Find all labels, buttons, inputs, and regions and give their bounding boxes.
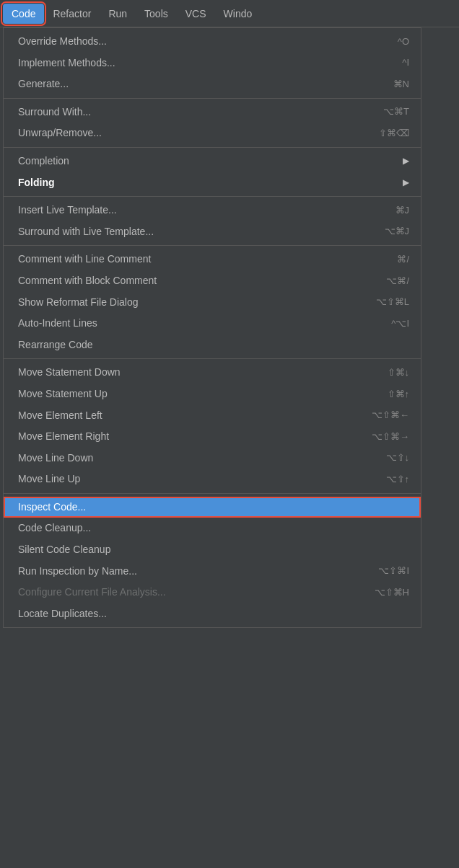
menu-item-move-statement-down[interactable]: Move Statement Down⇧⌘↓ — [4, 362, 421, 384]
item-label: Configure Current File Analysis... — [18, 585, 351, 600]
menu-item-move-line-up[interactable]: Move Line Up⌥⇧↑ — [4, 469, 421, 490]
menu-item-inspect-code[interactable]: Inspect Code... — [4, 497, 421, 518]
item-label: Surround With... — [18, 105, 360, 120]
menu-item-surround-with[interactable]: Surround With...⌥⌘T — [4, 102, 421, 123]
item-label: Move Line Up — [18, 472, 363, 487]
item-label: Unwrap/Remove... — [18, 126, 356, 141]
item-label: Locate Duplicates... — [18, 607, 409, 621]
item-label: Move Statement Up — [18, 387, 364, 402]
item-shortcut: ⌘/ — [397, 253, 409, 266]
menu-item-auto-indent-lines[interactable]: Auto-Indent Lines^⌥I — [4, 313, 421, 335]
item-label: Move Statement Down — [18, 366, 364, 380]
menu-bar-item-run[interactable]: Run — [100, 4, 136, 24]
item-label: Inspect Code... — [18, 500, 409, 515]
item-shortcut: ⌥⇧⌘← — [372, 409, 409, 422]
item-label: Implement Methods... — [18, 56, 379, 71]
menu-item-implement-methods[interactable]: Implement Methods...^I — [4, 53, 421, 74]
item-shortcut: ⌥⇧↓ — [386, 451, 410, 464]
menu-bar-row: CodeRefactorRunToolsVCSWindo — [0, 0, 459, 27]
item-label: Move Element Left — [18, 409, 349, 423]
item-label: Completion — [18, 154, 397, 169]
menu-section-4: Comment with Line Comment⌘/Comment with … — [4, 246, 421, 359]
item-shortcut: ⌘J — [395, 204, 410, 217]
menu-item-move-element-left[interactable]: Move Element Left⌥⇧⌘← — [4, 405, 421, 427]
item-shortcut: ^⌥I — [391, 317, 409, 330]
submenu-arrow-icon: ▶ — [403, 155, 409, 167]
menu-item-generate[interactable]: Generate...⌘N — [4, 74, 421, 95]
menu-section-5: Move Statement Down⇧⌘↓Move Statement Up⇧… — [4, 359, 421, 494]
menu-section-6: Inspect Code...Code Cleanup...Silent Cod… — [4, 494, 421, 628]
item-label: Surround with Live Template... — [18, 225, 362, 239]
menu-bar-item-windo[interactable]: Windo — [215, 4, 261, 24]
item-shortcut: ⌥⇧⌘H — [375, 586, 409, 599]
item-label: Generate... — [18, 77, 370, 92]
menu-item-insert-live-template[interactable]: Insert Live Template...⌘J — [4, 200, 421, 221]
menu-item-rearrange-code[interactable]: Rearrange Code — [4, 335, 421, 356]
item-label: Move Element Right — [18, 430, 349, 444]
menu-section-1: Surround With...⌥⌘TUnwrap/Remove...⇧⌘⌫ — [4, 99, 421, 148]
menu-bar-item-refactor[interactable]: Refactor — [44, 4, 100, 24]
item-shortcut: ⇧⌘↓ — [388, 366, 410, 379]
item-shortcut: ^I — [402, 56, 409, 69]
item-label: Silent Code Cleanup — [18, 543, 409, 557]
menu-item-completion[interactable]: Completion▶ — [4, 151, 421, 172]
item-shortcut: ⌥⌘/ — [386, 275, 409, 288]
item-shortcut: ⌥⇧⌘I — [378, 564, 409, 577]
item-label: Comment with Block Comment — [18, 274, 363, 288]
menu-item-run-inspection-by-name[interactable]: Run Inspection by Name...⌥⇧⌘I — [4, 561, 421, 583]
item-label: Show Reformat File Dialog — [18, 296, 353, 310]
menu-section-3: Insert Live Template...⌘JSurround with L… — [4, 197, 421, 246]
item-label: Comment with Line Comment — [18, 252, 374, 267]
menu-item-configure-current-file-analysis: Configure Current File Analysis...⌥⇧⌘H — [4, 582, 421, 603]
menu-item-unwrapremove[interactable]: Unwrap/Remove...⇧⌘⌫ — [4, 123, 421, 144]
menu-item-move-line-down[interactable]: Move Line Down⌥⇧↓ — [4, 448, 421, 469]
item-label: Override Methods... — [18, 35, 375, 49]
menu-item-show-reformat-file-dialog[interactable]: Show Reformat File Dialog⌥⇧⌘L — [4, 292, 421, 314]
submenu-arrow-icon: ▶ — [403, 177, 409, 189]
item-label: Run Inspection by Name... — [18, 564, 355, 579]
item-shortcut: ⌥⇧⌘→ — [372, 430, 409, 443]
item-label: Move Line Down — [18, 451, 363, 466]
menu-item-silent-code-cleanup[interactable]: Silent Code Cleanup — [4, 539, 421, 561]
item-shortcut: ^O — [398, 35, 409, 48]
menu-bar: CodeRefactorRunToolsVCSWindo Override Me… — [0, 0, 459, 628]
menu-item-code-cleanup[interactable]: Code Cleanup... — [4, 518, 421, 539]
item-shortcut: ⌥⌘J — [385, 225, 410, 238]
item-label: Code Cleanup... — [18, 521, 409, 536]
item-label: Rearrange Code — [18, 338, 409, 353]
item-label: Auto-Indent Lines — [18, 316, 368, 331]
menu-section-2: Completion▶Folding▶ — [4, 148, 421, 197]
menu-item-override-methods[interactable]: Override Methods...^O — [4, 31, 421, 53]
item-shortcut: ⌥⇧⌘L — [376, 296, 409, 309]
item-shortcut: ⇧⌘⌫ — [379, 127, 409, 140]
menu-dropdown: Override Methods...^OImplement Methods..… — [3, 27, 421, 628]
menu-item-locate-duplicates[interactable]: Locate Duplicates... — [4, 603, 421, 625]
menu-section-0: Override Methods...^OImplement Methods..… — [4, 28, 421, 99]
item-label: Insert Live Template... — [18, 203, 372, 218]
item-label: Folding — [18, 176, 397, 190]
item-shortcut: ⌘N — [393, 78, 409, 91]
menu-item-folding[interactable]: Folding▶ — [4, 172, 421, 194]
menu-item-surround-with-live-template[interactable]: Surround with Live Template...⌥⌘J — [4, 221, 421, 243]
menu-bar-item-vcs[interactable]: VCS — [177, 4, 215, 24]
item-shortcut: ⇧⌘↑ — [388, 388, 410, 401]
menu-bar-item-code[interactable]: Code — [3, 4, 44, 24]
menu-item-move-element-right[interactable]: Move Element Right⌥⇧⌘→ — [4, 426, 421, 448]
menu-item-comment-with-block-comment[interactable]: Comment with Block Comment⌥⌘/ — [4, 270, 421, 292]
menu-item-move-statement-up[interactable]: Move Statement Up⇧⌘↑ — [4, 384, 421, 405]
menu-bar-item-tools[interactable]: Tools — [136, 4, 177, 24]
item-shortcut: ⌥⌘T — [383, 105, 409, 118]
item-shortcut: ⌥⇧↑ — [386, 473, 410, 486]
menu-item-comment-with-line-comment[interactable]: Comment with Line Comment⌘/ — [4, 249, 421, 270]
